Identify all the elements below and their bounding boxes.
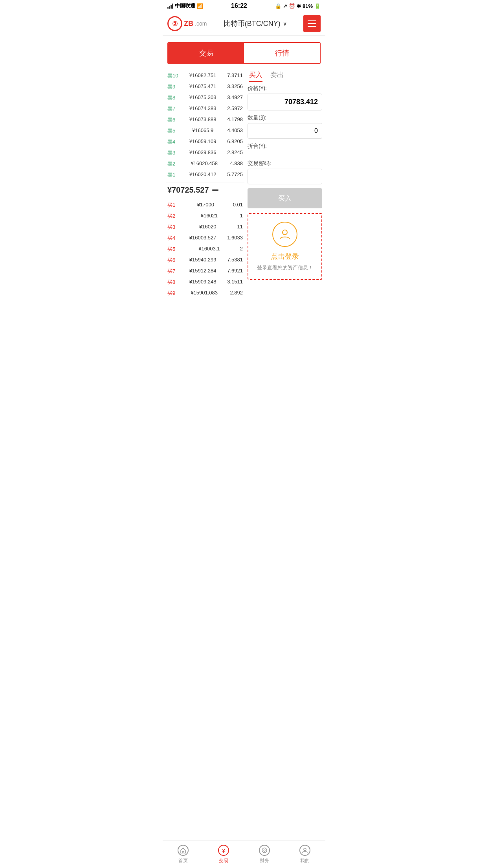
buy-label: 买1: [167, 202, 178, 209]
order-row-sell: 卖3 ¥16039.836 2.8245: [166, 147, 244, 158]
total-field: 折合(¥):: [248, 143, 322, 156]
sell-label: 卖6: [167, 116, 178, 123]
buy-label: 买5: [167, 246, 178, 253]
password-input[interactable]: [252, 173, 318, 180]
tab-trade[interactable]: 交易: [168, 43, 244, 63]
battery-label: 81%: [303, 3, 313, 9]
buy-button[interactable]: 买入: [248, 188, 322, 208]
header-title[interactable]: 比特币(BTC/CNY) ∨: [224, 19, 287, 28]
lock-icon: 🔒: [275, 3, 281, 9]
chevron-down-icon: ∨: [283, 20, 287, 27]
total-label: 折合(¥):: [248, 143, 322, 150]
order-row-sell: 卖1 ¥16020.412 5.7725: [166, 169, 244, 180]
tab-sell[interactable]: 卖出: [270, 70, 284, 82]
logo-domain: .com: [195, 20, 207, 27]
alarm-icon: ⏰: [289, 3, 295, 9]
buy-price: ¥15901.083: [191, 290, 218, 297]
sell-qty: 7.3711: [227, 72, 243, 79]
buy-price: ¥17000: [197, 202, 214, 209]
order-row-buy: 买6 ¥15940.299 7.5381: [166, 255, 244, 266]
sell-price: ¥16074.383: [189, 105, 216, 112]
sell-label: 卖2: [167, 160, 178, 167]
current-price-value: ¥70725.527: [167, 186, 209, 195]
location-icon: ↗: [283, 3, 287, 9]
buy-price: ¥15912.284: [189, 268, 216, 275]
order-row-sell: 卖6 ¥16073.888 4.1798: [166, 114, 244, 125]
qty-input-wrapper[interactable]: [248, 123, 322, 139]
price-input[interactable]: [252, 98, 318, 106]
buy-qty: 1.6033: [227, 235, 243, 242]
order-row-sell: 卖10 ¥16082.751 7.3711: [166, 70, 244, 81]
buy-price: ¥15909.248: [189, 279, 216, 286]
price-label: 价格(¥):: [248, 85, 322, 92]
status-left: 中国联通 📶: [167, 2, 203, 9]
buy-qty: 11: [237, 224, 243, 231]
buy-label: 买3: [167, 224, 178, 231]
svg-point-0: [283, 230, 287, 235]
bluetooth-icon: ✱: [297, 3, 301, 9]
sell-label: 卖4: [167, 138, 178, 145]
order-row-sell: 卖9 ¥16075.471 3.3256: [166, 81, 244, 92]
buy-orders: 买1 ¥17000 0.01 买2 ¥16021 1 买3 ¥16020 11 …: [166, 200, 244, 299]
order-row-buy: 买4 ¥16003.527 1.6033: [166, 233, 244, 244]
login-avatar: [272, 222, 297, 247]
sell-label: 卖3: [167, 149, 178, 156]
buy-price: ¥16020: [199, 224, 216, 231]
password-input-wrapper[interactable]: [248, 169, 322, 184]
sell-label: 卖10: [167, 72, 178, 79]
sell-label: 卖1: [167, 171, 178, 178]
menu-line-2: [308, 23, 316, 24]
order-row-sell: 卖5 ¥16065.9 4.4053: [166, 125, 244, 136]
current-price-row: ¥70725.527: [166, 182, 244, 198]
sell-qty: 4.1798: [227, 116, 243, 123]
menu-button[interactable]: [303, 15, 321, 32]
sell-qty: 3.4927: [227, 94, 243, 101]
buy-label: 买2: [167, 213, 178, 220]
sell-qty: 6.8205: [227, 138, 243, 145]
logo-text: ZB: [184, 20, 193, 28]
order-row-buy: 买2 ¥16021 1: [166, 211, 244, 222]
sell-qty: 2.8245: [227, 149, 243, 156]
sell-qty: 3.3256: [227, 83, 243, 90]
qty-field: 数量(₿):: [248, 114, 322, 139]
order-row-sell: 卖8 ¥16075.303 3.4927: [166, 92, 244, 103]
time-label: 16:22: [231, 2, 247, 9]
order-row-sell: 卖2 ¥16020.458 4.838: [166, 158, 244, 169]
menu-line-3: [308, 26, 316, 27]
trade-panel: 买入 卖出 价格(¥): 数量(₿): 折合(¥): 交易密: [248, 70, 322, 299]
login-prompt[interactable]: 点击登录 登录查看您的资产信息！: [248, 213, 322, 280]
sell-price: ¥16075.471: [189, 83, 216, 90]
buy-qty: 1: [240, 213, 243, 220]
sell-price: ¥16039.836: [189, 149, 216, 156]
carrier-label: 中国联通: [175, 2, 195, 9]
main-content: 卖10 ¥16082.751 7.3711 卖9 ¥16075.471 3.32…: [163, 70, 325, 299]
sell-price: ¥16073.888: [189, 116, 216, 123]
buy-label: 买9: [167, 290, 178, 297]
price-field: 价格(¥):: [248, 85, 322, 110]
buy-qty: 0.01: [233, 202, 243, 209]
battery-icon: 🔋: [314, 3, 321, 9]
sell-orders: 卖10 ¥16082.751 7.3711 卖9 ¥16075.471 3.32…: [166, 70, 244, 180]
tab-market[interactable]: 行情: [244, 43, 320, 63]
buy-price: ¥16021: [201, 213, 218, 220]
buy-qty: 3.1511: [227, 279, 243, 286]
password-field: 交易密码:: [248, 160, 322, 184]
tab-buy[interactable]: 买入: [249, 70, 262, 82]
order-row-buy: 买3 ¥16020 11: [166, 222, 244, 233]
app-header: ② ZB .com 比特币(BTC/CNY) ∨: [163, 12, 325, 36]
buy-label: 买4: [167, 235, 178, 242]
buy-qty: 7.5381: [227, 257, 243, 264]
qty-input[interactable]: [252, 127, 318, 134]
sell-price: ¥16065.9: [192, 127, 213, 134]
price-input-wrapper[interactable]: [248, 94, 322, 110]
status-right: 🔒 ↗ ⏰ ✱ 81% 🔋: [275, 3, 321, 9]
sell-qty: 4.838: [230, 160, 243, 167]
order-row-buy: 买7 ¥15912.284 7.6921: [166, 266, 244, 277]
total-value: [248, 151, 322, 156]
buy-price: ¥15940.299: [189, 257, 216, 264]
sell-label: 卖8: [167, 94, 178, 101]
buy-label: 买8: [167, 279, 178, 286]
status-bar: 中国联通 📶 16:22 🔒 ↗ ⏰ ✱ 81% 🔋: [163, 0, 325, 12]
logo[interactable]: ② ZB .com: [167, 16, 207, 31]
sell-qty: 5.7725: [227, 171, 243, 178]
